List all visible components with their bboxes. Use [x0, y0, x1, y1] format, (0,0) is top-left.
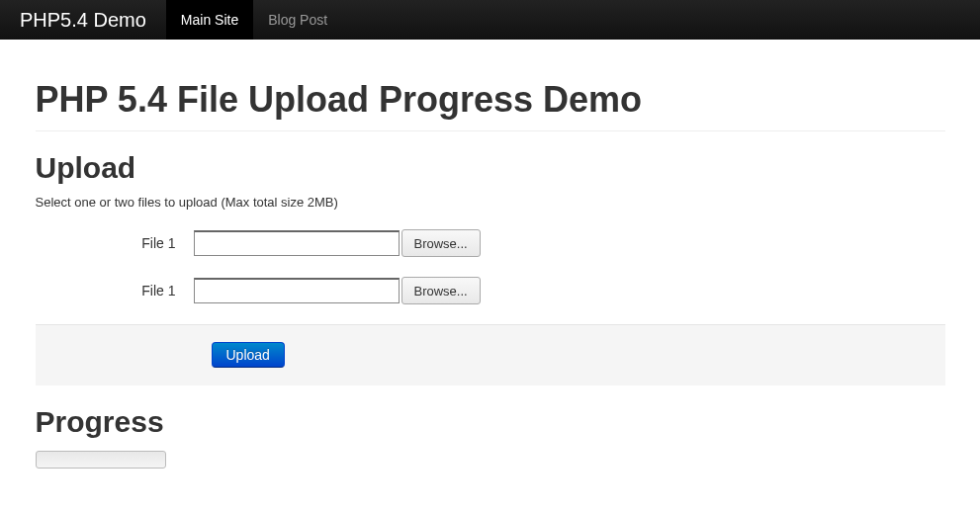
file-input-wrap-1: Browse...: [194, 229, 481, 257]
browse-button-1[interactable]: Browse...: [401, 229, 481, 257]
browse-button-2[interactable]: Browse...: [401, 277, 481, 304]
form-actions: Upload: [36, 324, 945, 385]
file-row-1: File 1 Browse...: [36, 229, 945, 257]
navbar: PHP5.4 Demo Main Site Blog Post: [0, 0, 980, 40]
page-title: PHP 5.4 File Upload Progress Demo: [36, 79, 945, 121]
navbar-brand[interactable]: PHP5.4 Demo: [20, 9, 146, 32]
upload-help-text: Select one or two files to upload (Max t…: [36, 195, 945, 210]
progress-bar: [36, 451, 166, 469]
file-row-2: File 1 Browse...: [36, 277, 945, 304]
divider: [36, 130, 945, 131]
file-label-1: File 1: [36, 235, 194, 251]
file-input-1[interactable]: [194, 230, 400, 256]
main-container: PHP 5.4 File Upload Progress Demo Upload…: [16, 40, 965, 488]
progress-heading: Progress: [36, 405, 945, 439]
nav-item-main-site[interactable]: Main Site: [166, 0, 253, 40]
file-input-wrap-2: Browse...: [194, 277, 481, 304]
upload-button[interactable]: Upload: [212, 342, 285, 368]
file-label-2: File 1: [36, 283, 194, 299]
file-input-2[interactable]: [194, 278, 400, 303]
nav-item-blog-post[interactable]: Blog Post: [253, 0, 342, 40]
upload-heading: Upload: [36, 151, 945, 185]
